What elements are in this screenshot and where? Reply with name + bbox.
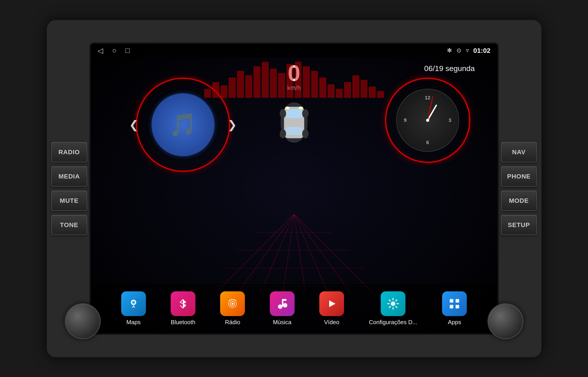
app-video[interactable]: Vídeo [319, 291, 344, 326]
eq-bar [336, 89, 343, 98]
radio-label: Rádio [225, 319, 240, 326]
eq-bar [377, 91, 384, 98]
maps-label: Maps [126, 319, 141, 326]
music-label: Música [273, 319, 291, 326]
svg-line-1 [238, 214, 294, 293]
svg-point-27 [278, 304, 282, 309]
svg-line-2 [260, 214, 294, 293]
mute-button[interactable]: MUTE [51, 191, 87, 211]
svg-marker-31 [329, 300, 335, 307]
svg-point-28 [283, 303, 287, 307]
radio-button[interactable]: RADIO [51, 142, 87, 162]
apps-label: Apps [448, 319, 461, 326]
settings-svg-icon [387, 297, 400, 310]
back-icon[interactable]: ◁ [98, 46, 103, 55]
music-svg-icon [276, 297, 289, 310]
apps-icon[interactable] [442, 291, 467, 316]
radio-svg-icon [226, 297, 239, 310]
bluetooth-icon[interactable] [171, 291, 195, 316]
video-icon[interactable] [319, 291, 344, 316]
setup-button[interactable]: SETUP [501, 215, 537, 235]
apps-svg-icon [448, 297, 461, 310]
svg-rect-34 [456, 299, 459, 303]
right-knob[interactable] [487, 303, 523, 339]
svg-point-18 [280, 109, 286, 118]
app-maps[interactable]: Maps [121, 291, 146, 326]
maps-icon[interactable] [121, 291, 146, 316]
bluetooth-label: Bluetooth [171, 319, 195, 326]
right-button-group: NAV PHONE MODE SETUP [501, 142, 537, 235]
clock-num-12: 12 [425, 95, 430, 101]
music-note-icon: 🎵 [169, 111, 197, 138]
media-button[interactable]: MEDIA [51, 166, 87, 187]
left-button-group: RADIO MEDIA MUTE TONE [51, 142, 87, 235]
phone-button[interactable]: PHONE [501, 166, 537, 187]
eq-bar [361, 80, 368, 98]
svg-line-0 [215, 214, 294, 293]
next-track-button[interactable]: ❯ [228, 118, 237, 131]
svg-rect-33 [450, 299, 453, 303]
app-settings[interactable]: Configurações D... [369, 291, 417, 326]
svg-point-17 [299, 106, 303, 109]
app-radio[interactable]: Rádio [220, 291, 245, 326]
main-screen: ◁ ○ □ ✻ ⊙ ▿ 01:02 0 km/h 06/19 segunda [90, 43, 499, 335]
music-player-circle[interactable]: 🎵 ❮ ❯ [136, 78, 230, 172]
eq-bar [352, 75, 359, 98]
music-ring: 🎵 [136, 78, 230, 172]
music-inner[interactable]: 🎵 [152, 93, 214, 156]
mode-button[interactable]: MODE [501, 191, 537, 211]
eq-bar [328, 84, 335, 98]
prev-track-button[interactable]: ❮ [129, 118, 139, 131]
status-clock: 01:02 [473, 47, 491, 54]
app-bluetooth[interactable]: Bluetooth [171, 291, 195, 326]
clock-num-6: 6 [426, 140, 429, 145]
clock-num-9: 9 [404, 117, 407, 123]
bluetooth-svg-icon [177, 298, 189, 310]
app-bar: Maps Bluetooth [91, 284, 497, 333]
recent-icon[interactable]: □ [126, 46, 130, 55]
svg-point-20 [280, 129, 286, 138]
car-head-unit: RADIO MEDIA MUTE TONE ◁ ○ □ ✻ ⊙ ▿ 01:02 [47, 20, 541, 357]
settings-label: Configurações D... [369, 319, 417, 326]
svg-line-6 [294, 214, 350, 293]
svg-point-23 [132, 301, 135, 304]
analog-clock: 12 3 6 9 [396, 89, 459, 152]
dashboard-bg: ◁ ○ □ ✻ ⊙ ▿ 01:02 0 km/h 06/19 segunda [91, 44, 497, 333]
eq-bar [253, 66, 260, 98]
app-music[interactable]: Música [270, 291, 294, 326]
svg-line-4 [294, 214, 305, 293]
radio-app-icon[interactable] [220, 291, 245, 316]
svg-rect-36 [456, 305, 459, 308]
eq-bar [237, 71, 244, 98]
svg-rect-14 [286, 109, 302, 118]
clock-num-3: 3 [449, 117, 451, 123]
location-status-icon: ⊙ [457, 47, 461, 54]
analog-clock-circle: 12 3 6 9 [385, 78, 470, 163]
svg-line-5 [294, 214, 328, 293]
svg-point-26 [232, 303, 233, 305]
maps-svg-icon [127, 297, 140, 310]
status-icons: ✻ ⊙ ▿ 01:02 [447, 47, 491, 54]
nav-button[interactable]: NAV [501, 142, 537, 162]
bluetooth-status-icon: ✻ [447, 47, 452, 54]
clock-center-dot [426, 119, 429, 122]
date-display: 06/19 segunda [424, 64, 475, 73]
tone-button[interactable]: TONE [51, 215, 87, 235]
road-grid [215, 214, 373, 293]
video-svg-icon [325, 297, 338, 310]
left-knob[interactable] [65, 303, 101, 339]
clock-face: 12 3 6 9 [396, 89, 459, 152]
svg-point-19 [302, 109, 308, 118]
svg-line-3 [283, 214, 294, 293]
svg-rect-35 [450, 305, 453, 308]
eq-bar [369, 87, 376, 98]
svg-point-16 [285, 106, 290, 109]
settings-icon[interactable] [381, 291, 405, 316]
signal-status-icon: ▿ [466, 47, 469, 54]
eq-bar [245, 75, 252, 98]
svg-point-21 [302, 129, 308, 138]
home-icon[interactable]: ○ [112, 46, 117, 55]
app-apps[interactable]: Apps [442, 291, 467, 326]
nav-buttons: ◁ ○ □ [98, 46, 130, 55]
music-app-icon[interactable] [270, 291, 294, 316]
